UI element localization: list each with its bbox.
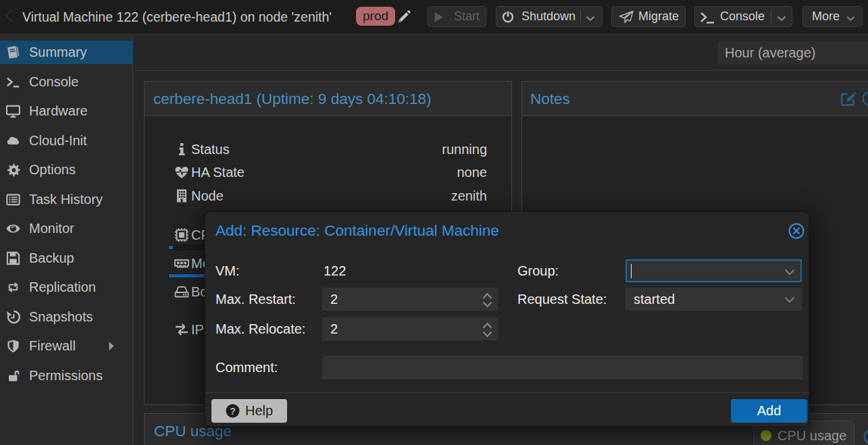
svg-text:?: ? (230, 406, 236, 417)
